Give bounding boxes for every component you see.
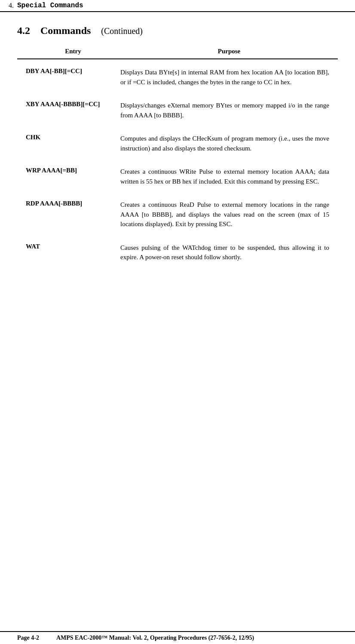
col-purpose-header: Purpose	[120, 45, 338, 59]
section-number: 4.2	[17, 25, 30, 36]
section-continued: (Continued)	[101, 26, 143, 36]
entry-cell-0: DBY AA[-BB][=CC]	[17, 61, 120, 94]
col-entry-header: Entry	[17, 45, 120, 59]
purpose-cell-1: Displays/changes eXternal memory BYtes o…	[120, 94, 338, 127]
table-row: CHKComputes and displays the CHecKsum of…	[17, 127, 338, 160]
entry-cell-5: WAT	[17, 236, 120, 269]
entry-cell-1: XBY AAAA[-BBBB][=CC]	[17, 94, 120, 127]
purpose-cell-2: Computes and displays the CHecKsum of pr…	[120, 127, 338, 160]
page-header: 4. Special Commands	[0, 0, 355, 12]
footer-doc: AMPS EAC-2000™ Manual: Vol. 2, Operating…	[56, 635, 254, 641]
entry-cell-3: WRP AAAA[=BB]	[17, 160, 120, 193]
purpose-cell-4: Creates a continuous ReaD Pulse to exter…	[120, 193, 338, 236]
table-row: WATCauses pulsing of the WATchdog timer …	[17, 236, 338, 269]
table-row: DBY AA[-BB][=CC]Displays Data BYte[s] in…	[17, 61, 338, 94]
table-row: XBY AAAA[-BBBB][=CC]Displays/changes eXt…	[17, 94, 338, 127]
footer-page: Page 4-2	[17, 635, 39, 641]
section-title: Commands	[40, 25, 91, 36]
purpose-cell-5: Causes pulsing of the WATchdog timer to …	[120, 236, 338, 269]
section-heading: 4.2 Commands (Continued)	[17, 25, 338, 37]
entry-cell-2: CHK	[17, 127, 120, 160]
header-title: Special Commands	[17, 2, 83, 9]
table-header-row: Entry Purpose	[17, 45, 338, 59]
entry-cell-4: RDP AAAA[-BBBB]	[17, 193, 120, 236]
purpose-cell-3: Creates a continuous WRite Pulse to exte…	[120, 160, 338, 193]
commands-table: Entry Purpose DBY AA[-BB][=CC]Displays D…	[17, 45, 338, 269]
page-content: 4.2 Commands (Continued) Entry Purpose D…	[0, 12, 355, 295]
table-row: RDP AAAA[-BBBB]Creates a continuous ReaD…	[17, 193, 338, 236]
page-footer: Page 4-2 AMPS EAC-2000™ Manual: Vol. 2, …	[0, 631, 355, 644]
header-number: 4.	[9, 2, 14, 9]
table-row: WRP AAAA[=BB]Creates a continuous WRite …	[17, 160, 338, 193]
purpose-cell-0: Displays Data BYte[s] in internal RAM fr…	[120, 61, 338, 94]
